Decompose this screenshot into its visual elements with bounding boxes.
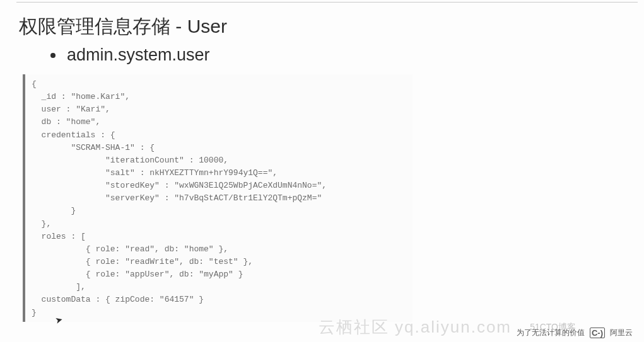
bullet-item: admin.system.user bbox=[50, 45, 210, 65]
watermark-main: 云栖社区 yq.aliyun.com bbox=[319, 316, 512, 338]
code-block: { _id : "home.Kari", user : "Kari", db :… bbox=[23, 74, 413, 322]
code-content: { _id : "home.Kari", user : "Kari", db :… bbox=[32, 78, 413, 319]
bullet-text: admin.system.user bbox=[67, 45, 210, 65]
bullet-dot-icon bbox=[50, 53, 56, 58]
brand-logo-icon: C-) bbox=[590, 328, 605, 338]
slide-title: 权限管理信息存储 - User bbox=[19, 14, 227, 40]
footer-brand: 阿里云 bbox=[610, 328, 633, 338]
footer-slogan: 为了无法计算的价值 bbox=[517, 328, 585, 338]
footer: 为了无法计算的价值 C-) 阿里云 bbox=[517, 328, 633, 338]
top-divider bbox=[16, 2, 638, 3]
